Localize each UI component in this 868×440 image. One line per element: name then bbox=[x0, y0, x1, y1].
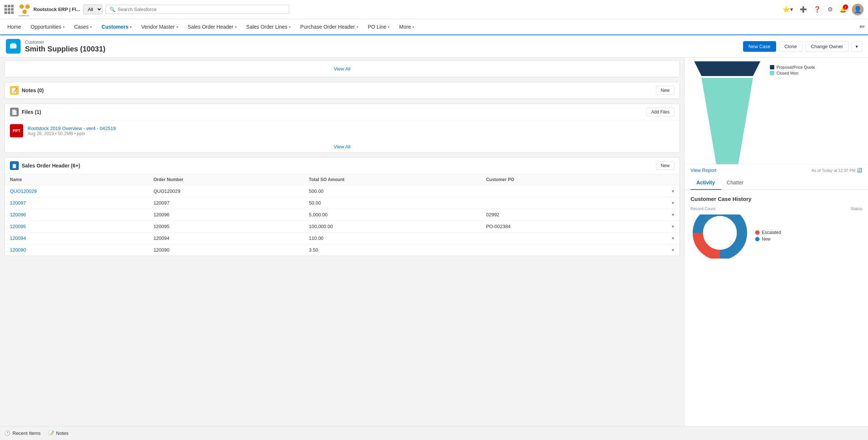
nav-purchase-order-header[interactable]: Purchase Order Header ▾ bbox=[296, 19, 363, 35]
notes-card-header: 📝 Notes (0) New bbox=[5, 82, 679, 99]
cell-total: 110.00 bbox=[304, 232, 481, 244]
right-panel: Proposal/Price Quote Closed Won View Rep… bbox=[684, 58, 868, 440]
cell-name: 120096 bbox=[5, 209, 148, 221]
row-expand-icon[interactable]: ▾ bbox=[672, 224, 674, 229]
row-expand-icon[interactable]: ▾ bbox=[672, 235, 674, 241]
avatar[interactable]: 👤 bbox=[852, 4, 864, 15]
nav-sales-order-lines[interactable]: Sales Order Lines ▾ bbox=[242, 19, 295, 35]
row-expand-icon[interactable]: ▾ bbox=[672, 212, 674, 217]
change-owner-button[interactable]: Change Owner bbox=[806, 41, 849, 52]
order-name-link[interactable]: 120090 bbox=[10, 247, 26, 253]
notes-bottom-label: Notes bbox=[56, 430, 69, 436]
cell-customer-po bbox=[481, 185, 630, 197]
table-row: 120094 120094 110.00 ▾ bbox=[5, 232, 679, 244]
top-right-icons: ⭐▾ ➕ ❓ ⚙ 🔔 1 👤 bbox=[781, 4, 864, 15]
favorites-button[interactable]: ⭐▾ bbox=[781, 4, 795, 14]
escalated-dot bbox=[755, 230, 760, 235]
refresh-icon[interactable]: 🔄 bbox=[857, 168, 862, 173]
funnel-chart-container: Proposal/Price Quote Closed Won bbox=[685, 58, 868, 164]
nav-opportunities[interactable]: Opportunities ▾ bbox=[26, 19, 69, 35]
bottom-bar: 🕐 Recent Items 📝 Notes bbox=[0, 426, 868, 440]
activity-chatter-tabs: Activity Chatter bbox=[685, 176, 868, 190]
svg-text:rootstock: rootstock bbox=[19, 15, 29, 16]
order-name-link[interactable]: 120097 bbox=[10, 200, 26, 206]
nav-more[interactable]: More ▾ bbox=[395, 19, 419, 35]
recent-items-item[interactable]: 🕐 Recent Items bbox=[4, 430, 41, 436]
col-expand bbox=[630, 174, 679, 185]
edit-nav-icon[interactable]: ✏ bbox=[860, 23, 865, 31]
po-line-label: PO Line bbox=[368, 24, 387, 30]
rootstock-logo: rootstock bbox=[18, 3, 31, 16]
file-link[interactable]: Rootstock 2019 Overview - ver4 - 042519 bbox=[28, 126, 116, 131]
record-info: Customer Smith Supplies (10031) bbox=[25, 40, 105, 53]
row-expand-icon[interactable]: ▾ bbox=[672, 247, 674, 253]
nav-po-line[interactable]: PO Line ▾ bbox=[363, 19, 394, 35]
files-view-all-link[interactable]: View All bbox=[5, 141, 679, 152]
nav-home[interactable]: Home bbox=[3, 19, 25, 35]
funnel-section: Proposal/Price Quote Closed Won View Rep… bbox=[685, 58, 868, 176]
cell-expand: ▾ bbox=[630, 221, 679, 232]
cell-customer-po bbox=[481, 244, 630, 256]
clone-button[interactable]: Clone bbox=[779, 41, 803, 52]
case-history-section: Customer Case History Record Count Statu… bbox=[685, 190, 868, 264]
customers-label: Customers bbox=[101, 24, 128, 30]
donut-chart-svg bbox=[691, 214, 749, 259]
notes-title-text: Notes (0) bbox=[22, 87, 44, 93]
legend-proposal-label: Proposal/Price Quote bbox=[776, 65, 815, 69]
tab-chatter[interactable]: Chatter bbox=[721, 176, 750, 190]
search-scope-select[interactable]: All bbox=[83, 4, 103, 14]
new-dot bbox=[755, 237, 760, 241]
cell-name: 120090 bbox=[5, 244, 148, 256]
nav-cases[interactable]: Cases ▾ bbox=[70, 19, 97, 35]
file-type: pptx bbox=[77, 131, 86, 136]
table-row: 120096 120096 5,000.00 02992 ▾ bbox=[5, 209, 679, 221]
notification-badge: 1 bbox=[843, 4, 848, 10]
more-actions-dropdown[interactable]: ▾ bbox=[851, 41, 862, 52]
order-name-link[interactable]: QUO120029 bbox=[10, 188, 37, 194]
new-case-button[interactable]: New Case bbox=[743, 41, 776, 52]
record-type: Customer bbox=[25, 40, 105, 45]
cell-name: 120095 bbox=[5, 221, 148, 232]
view-all-top-link[interactable]: View All bbox=[331, 63, 353, 75]
menu-bar: Home Opportunities ▾ Cases ▾ Customers ▾… bbox=[0, 19, 868, 35]
cell-order-number: 120090 bbox=[148, 244, 304, 256]
sales-order-lines-chevron: ▾ bbox=[289, 25, 291, 29]
view-report-link[interactable]: View Report bbox=[691, 167, 717, 173]
order-name-link[interactable]: 120096 bbox=[10, 212, 26, 217]
cell-total: 50.00 bbox=[304, 197, 481, 209]
cell-total: 100,000.00 bbox=[304, 221, 481, 232]
nav-sales-order-header[interactable]: Sales Order Header ▾ bbox=[183, 19, 241, 35]
notifications-button[interactable]: 🔔 1 bbox=[838, 4, 848, 14]
legend-new: New bbox=[755, 237, 781, 242]
notes-bottom-item[interactable]: 📝 Notes bbox=[48, 430, 69, 436]
app-grid-icon[interactable] bbox=[4, 5, 14, 14]
chart-labels-row: Record Count Status bbox=[691, 206, 862, 212]
row-expand-icon[interactable]: ▾ bbox=[672, 188, 674, 194]
files-card-title: 📄 Files (1) bbox=[10, 108, 41, 116]
funnel-row: Proposal/Price Quote Closed Won bbox=[691, 61, 862, 164]
notes-card-title: 📝 Notes (0) bbox=[10, 86, 44, 95]
tab-activity[interactable]: Activity bbox=[691, 176, 721, 190]
activity-tab-label: Activity bbox=[696, 180, 715, 185]
legend-escalated: Escalated bbox=[755, 230, 781, 235]
nav-customers[interactable]: Customers ▾ bbox=[97, 19, 136, 35]
home-label: Home bbox=[7, 24, 21, 30]
nav-vendor-master[interactable]: Vendor Master ▾ bbox=[137, 19, 182, 35]
search-bar[interactable]: 🔍 bbox=[105, 5, 289, 14]
search-input[interactable] bbox=[118, 7, 285, 12]
settings-button[interactable]: ⚙ bbox=[826, 4, 834, 14]
add-button[interactable]: ➕ bbox=[798, 4, 808, 14]
row-expand-icon[interactable]: ▾ bbox=[672, 200, 674, 206]
cell-customer-po: 02992 bbox=[481, 209, 630, 221]
top-nav-bar: rootstock Rootstock ERP | FI... All 🔍 ⭐▾… bbox=[0, 0, 868, 19]
add-files-button[interactable]: Add Files bbox=[646, 108, 674, 116]
table-row: 120095 120095 100,000.00 PO-002384 ▾ bbox=[5, 221, 679, 232]
cell-name: 120097 bbox=[5, 197, 148, 209]
help-button[interactable]: ❓ bbox=[812, 4, 822, 14]
order-name-link[interactable]: 120095 bbox=[10, 224, 26, 229]
order-name-link[interactable]: 120094 bbox=[10, 235, 26, 241]
sales-order-new-button[interactable]: New bbox=[656, 161, 674, 170]
page-header: Customer Smith Supplies (10031) New Case… bbox=[0, 35, 868, 58]
notes-new-button[interactable]: New bbox=[656, 86, 674, 95]
sales-order-card: 📋 Sales Order Header (6+) New Name Order… bbox=[4, 157, 680, 256]
